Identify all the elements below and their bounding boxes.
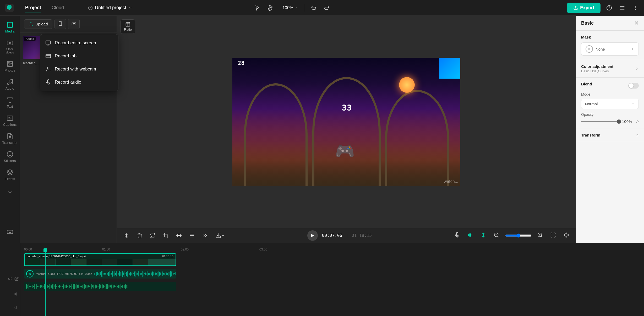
device-icon-btn[interactable] <box>54 19 66 29</box>
opacity-reset-btn[interactable]: ◇ <box>636 119 639 124</box>
video-track-controls <box>0 272 21 287</box>
zoom-out-btn[interactable] <box>492 231 501 240</box>
audio-track2-lane: for(var i=0;i<130;i++){ document.write('… <box>21 281 644 292</box>
svg-rect-9 <box>7 22 13 28</box>
topbar-right: Export <box>567 3 640 13</box>
svg-point-7 <box>635 8 636 8</box>
sidebar-item-stickers[interactable]: Stickers <box>0 148 20 165</box>
toggle-knob <box>629 83 634 88</box>
svg-rect-31 <box>470 234 471 237</box>
svg-rect-17 <box>59 22 62 26</box>
timeline-area: 00:00 01:00 02:00 03:00 recorder_screen_… <box>0 243 644 316</box>
upload-button[interactable]: Upload <box>24 19 52 29</box>
mic-btn[interactable] <box>453 231 462 240</box>
hand-tool-btn[interactable] <box>266 3 275 12</box>
video-preview: 🎮 28 33 watch... <box>117 16 576 228</box>
clip-thumb-7 <box>117 259 133 265</box>
clip-thumb-5 <box>86 259 102 265</box>
split-timeline-btn[interactable] <box>479 231 488 240</box>
export-button[interactable]: Export <box>567 3 601 13</box>
blend-toggle[interactable] <box>628 83 639 89</box>
help-button[interactable] <box>605 3 614 12</box>
svg-rect-44 <box>568 234 568 236</box>
record-btn[interactable] <box>68 19 80 29</box>
audio-clip-2[interactable]: for(var i=0;i<130;i++){ document.write('… <box>24 282 176 291</box>
sidebar-keyboard-btn[interactable] <box>7 225 13 239</box>
zoom-in-btn[interactable] <box>536 231 544 240</box>
left-sidebar: Media Stockvideos Photos Audio Text Capt… <box>0 16 20 243</box>
fullscreen-btn[interactable] <box>549 231 558 240</box>
svg-rect-41 <box>565 233 567 233</box>
project-tab[interactable]: Project <box>20 3 46 13</box>
record-screen-item[interactable]: Record entire screen <box>40 36 118 50</box>
align-btn[interactable] <box>188 231 197 240</box>
sidebar-item-media[interactable]: Media <box>0 19 20 36</box>
ratio-button[interactable]: Ratio <box>121 19 135 34</box>
video-track-lane: recorder_screen_1700149126000_clip_0.mp4… <box>21 252 644 267</box>
blend-mode-select[interactable]: Normal <box>581 99 639 109</box>
project-name-button[interactable]: Untitled project <box>85 3 135 12</box>
sidebar-item-transcript[interactable]: Transcript <box>0 130 20 147</box>
sidebar-item-effects[interactable]: Effects <box>0 166 20 183</box>
blend-title: Blend <box>581 82 592 86</box>
export-frame-btn[interactable] <box>214 231 226 240</box>
record-tab-item[interactable]: Record tab <box>40 50 118 63</box>
loop-btn[interactable] <box>148 231 157 240</box>
color-adj-subtitle: Basic,HSL,Curves <box>581 69 613 73</box>
svg-rect-43 <box>564 234 565 236</box>
color-adjustment-section[interactable]: Color adjustment Basic,HSL,Curves <box>576 60 644 78</box>
playhead-handle[interactable] <box>43 248 47 252</box>
zoom-button[interactable]: 100% <box>279 4 301 12</box>
audio-track-volume-btn[interactable] <box>14 292 19 297</box>
right-panel-close-btn[interactable]: ✕ <box>634 20 639 26</box>
sidebar-more-btn[interactable] <box>4 187 16 199</box>
opacity-label: Opacity <box>581 112 593 117</box>
redo-button[interactable] <box>322 3 331 12</box>
play-button[interactable] <box>307 230 318 241</box>
opacity-slider[interactable] <box>581 121 619 122</box>
sound-wave-btn[interactable] <box>466 231 475 240</box>
playhead[interactable] <box>45 250 46 316</box>
svg-marker-11 <box>9 42 11 44</box>
opacity-value: 100% <box>622 119 632 124</box>
svg-point-50 <box>29 273 31 275</box>
crop-btn[interactable] <box>161 231 170 240</box>
sidebar-item-stock-videos[interactable]: Stockvideos <box>0 37 20 57</box>
video-track-volume-btn[interactable] <box>8 277 12 282</box>
settings-btn[interactable] <box>562 231 571 240</box>
zoom-slider[interactable] <box>505 233 531 238</box>
record-webcam-item[interactable]: Record with webcam <box>40 63 118 76</box>
mask-select-button[interactable]: None <box>581 42 639 56</box>
ruler-02: 02:00 <box>181 248 189 251</box>
more-button[interactable] <box>631 3 640 12</box>
cloud-tab[interactable]: Cloud <box>46 3 69 13</box>
record-audio-item[interactable]: Record audio <box>40 76 118 89</box>
undo-button[interactable] <box>309 3 318 12</box>
ruler-03: 03:00 <box>259 248 267 251</box>
time-separator: | <box>346 233 347 238</box>
mode-label: Mode <box>581 92 590 96</box>
video-track-edit-btn[interactable] <box>14 277 19 282</box>
sidebar-item-captions[interactable]: Captions <box>0 112 20 129</box>
sidebar-item-text[interactable]: Text <box>0 94 20 111</box>
audio-clip-1[interactable]: recorder_audio_1700149126000_clip_0.aac … <box>24 269 176 279</box>
transform-reset-btn[interactable]: ↺ <box>635 133 639 138</box>
split-btn[interactable] <box>122 231 131 240</box>
topbar-center: 100% <box>253 3 331 12</box>
menu-button[interactable] <box>618 3 627 12</box>
delete-btn[interactable] <box>135 231 144 240</box>
flip-btn[interactable] <box>174 231 183 240</box>
clip-thumb-4 <box>71 259 86 265</box>
speed-btn[interactable] <box>201 231 210 240</box>
svg-rect-30 <box>468 235 469 236</box>
audio2-track-volume-btn[interactable] <box>14 306 19 311</box>
video-clip[interactable]: recorder_screen_1700149126000_clip_0.mp4… <box>24 253 176 266</box>
clip-duration: 01:18:15 <box>162 255 173 258</box>
opacity-thumb[interactable] <box>617 119 621 124</box>
svg-line-38 <box>541 236 542 237</box>
sidebar-item-photos[interactable]: Photos <box>0 58 20 75</box>
select-tool-btn[interactable] <box>253 3 262 12</box>
clip-thumb-1 <box>25 259 40 265</box>
sidebar-item-audio[interactable]: Audio <box>0 76 20 93</box>
project-name-label: Untitled project <box>95 5 126 10</box>
